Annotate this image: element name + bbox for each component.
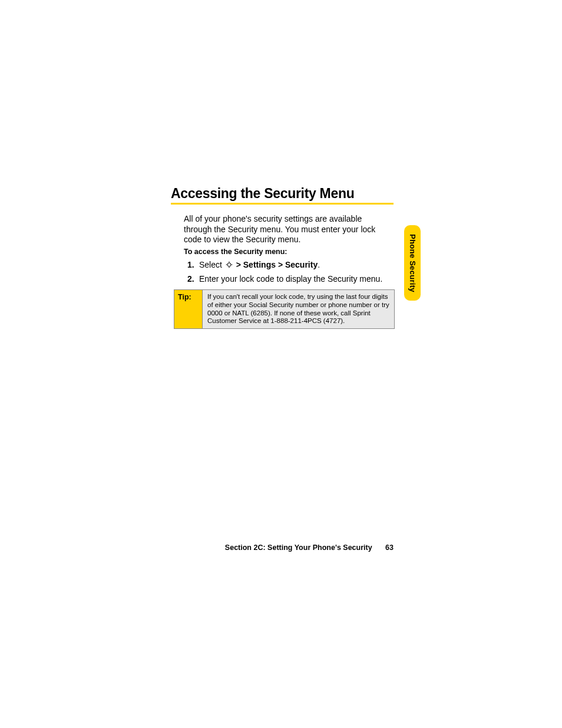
tip-label: Tip:: [174, 290, 203, 328]
step-number: 2.: [187, 274, 199, 285]
step-text: Select > Settings > Security.: [199, 259, 388, 271]
side-tab-label: Phone Security: [408, 234, 417, 292]
svg-point-2: [229, 266, 230, 268]
footer-section: Section 2C: Setting Your Phone's Securit…: [225, 543, 372, 552]
nav-key-icon: [226, 260, 233, 272]
svg-point-4: [232, 264, 233, 265]
page-heading: Accessing the Security Menu: [171, 186, 354, 202]
step-prefix: Select: [199, 260, 224, 269]
step-suffix: .: [318, 260, 320, 269]
side-tab: Phone Security: [404, 225, 421, 301]
list-item: 1. Select > Settings > Security.: [187, 259, 388, 271]
svg-point-0: [227, 263, 231, 266]
svg-point-1: [229, 261, 230, 262]
tip-box: Tip: If you can't recall your lock code,…: [174, 289, 395, 329]
page-footer: Section 2C: Setting Your Phone's Securit…: [171, 542, 394, 552]
list-item: 2. Enter your lock code to display the S…: [187, 274, 388, 285]
intro-paragraph: All of your phone's security settings ar…: [184, 214, 388, 245]
svg-point-3: [226, 264, 227, 265]
instruction-heading: To access the Security menu:: [184, 248, 287, 256]
step-bold-path: > Settings > Security: [234, 260, 318, 269]
step-number: 1.: [187, 259, 199, 271]
heading-rule: [171, 203, 394, 205]
step-text: Enter your lock code to display the Secu…: [199, 274, 388, 285]
footer-page-number: 63: [385, 543, 394, 552]
step-list: 1. Select > Settings > Security. 2. Ente…: [187, 259, 388, 288]
tip-content: If you can't recall your lock code, try …: [203, 290, 394, 328]
